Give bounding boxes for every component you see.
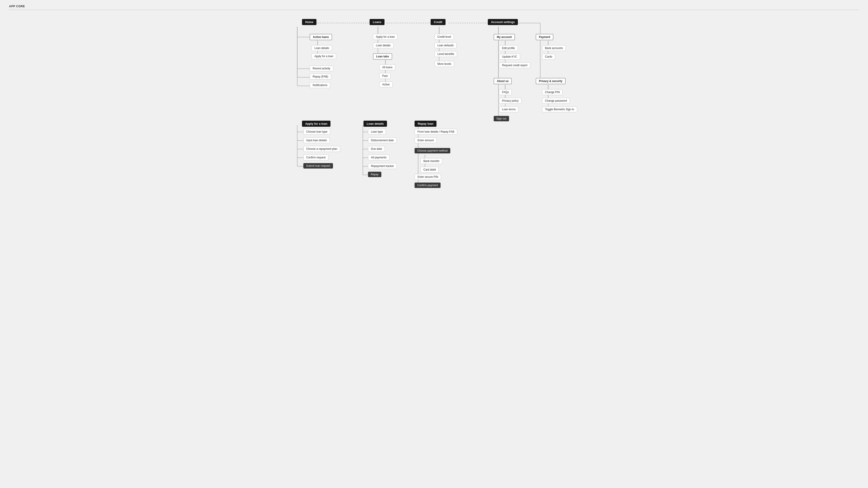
node-past[interactable]: Past: [379, 73, 391, 79]
node-choose-repayment-plan[interactable]: Choose a repayment plan: [303, 146, 340, 152]
node-recent-activity[interactable]: Recent activity: [310, 66, 333, 71]
node-privacy-security[interactable]: Privacy & security: [536, 78, 565, 84]
node-input-loan-details[interactable]: Input loan details: [303, 137, 330, 143]
node-loan-terms[interactable]: Loan terms: [499, 106, 519, 112]
node-enter-amount[interactable]: Enter amount: [414, 137, 437, 143]
node-enter-secure-pin[interactable]: Enter secure PIN: [414, 174, 441, 180]
node-loan-details-loans[interactable]: Loan details: [373, 42, 394, 48]
node-loan-details-home[interactable]: Loan details: [311, 45, 332, 51]
section-repay-loan[interactable]: Repay loan: [414, 121, 436, 127]
node-notifications[interactable]: Notifications: [310, 82, 330, 88]
node-update-kyc[interactable]: Update KYC: [499, 54, 520, 60]
node-privacy-policy[interactable]: Privacy policy: [499, 98, 522, 104]
node-apply-for-loan-loans[interactable]: Apply for a loan: [373, 34, 398, 40]
nav-loans[interactable]: Loans: [370, 19, 384, 25]
nav-credit[interactable]: Credit: [431, 19, 445, 25]
node-faqs[interactable]: FAQs: [499, 89, 512, 95]
node-repay-fab[interactable]: Repay (FAB): [310, 74, 331, 79]
node-choose-loan-type[interactable]: Choose loan type: [303, 129, 330, 135]
node-sign-out[interactable]: Sign out: [494, 116, 509, 121]
node-edit-profile[interactable]: Edit profile: [499, 45, 518, 51]
node-repay-btn[interactable]: Repay: [368, 172, 381, 177]
node-credit-level[interactable]: Credit level: [434, 34, 454, 40]
section-apply-for-loan[interactable]: Apply for a loan: [302, 121, 331, 127]
node-choose-payment-method[interactable]: Choose payment method: [414, 148, 450, 153]
nav-home[interactable]: Home: [302, 19, 316, 25]
node-request-credit-report[interactable]: Request credit report: [499, 62, 530, 68]
node-all-loans[interactable]: All loans: [379, 64, 395, 70]
node-about-us[interactable]: About us: [494, 78, 512, 84]
node-loan-defaults[interactable]: Loan defaults: [434, 42, 457, 48]
node-due-date[interactable]: Due date: [368, 146, 385, 152]
node-confirm-payment[interactable]: Confirm payment: [414, 183, 440, 188]
node-confirm-request[interactable]: Confirm request: [303, 155, 329, 160]
node-all-payments[interactable]: All payments: [368, 155, 390, 160]
app-title: APP CORE: [9, 5, 25, 8]
node-change-password[interactable]: Change password: [542, 98, 570, 104]
node-from-loan-details[interactable]: From loan details / Repay FAB: [414, 129, 457, 135]
node-level-benefits[interactable]: Level benefits: [434, 51, 457, 57]
section-loan-details[interactable]: Loan details: [364, 121, 387, 127]
node-loan-type[interactable]: Loan type: [368, 129, 386, 135]
nav-account-settings[interactable]: Account settings: [488, 19, 518, 25]
diagram: Home Loans Credit Account settings Activ…: [285, 17, 583, 193]
node-bank-transfer[interactable]: Bank transfer: [421, 158, 442, 164]
node-payment[interactable]: Payment: [536, 34, 553, 40]
app-header: APP CORE: [9, 4, 859, 10]
node-repayment-tracker[interactable]: Repayment tracker: [368, 163, 397, 169]
node-disbursement-date[interactable]: Disbursement date: [368, 137, 397, 143]
node-submit-loan-request[interactable]: Submit loan request: [303, 163, 333, 168]
node-loan-tabs[interactable]: Loan tabs: [373, 53, 392, 60]
node-more-levels[interactable]: More levels: [434, 61, 454, 67]
node-bank-accounts[interactable]: Bank accounts: [542, 45, 566, 51]
node-toggle-biometric[interactable]: Toggle Biometric Sign in: [542, 106, 577, 112]
node-change-pin[interactable]: Change PIN: [542, 89, 563, 95]
node-active[interactable]: Active: [379, 82, 393, 88]
node-active-loans[interactable]: Active loans: [310, 34, 332, 40]
node-my-account[interactable]: My account: [494, 34, 515, 40]
node-card-debit[interactable]: Card debit: [421, 167, 439, 173]
node-cards[interactable]: Cards: [542, 54, 555, 60]
node-apply-for-loan-home[interactable]: Apply for a loan: [311, 53, 336, 59]
